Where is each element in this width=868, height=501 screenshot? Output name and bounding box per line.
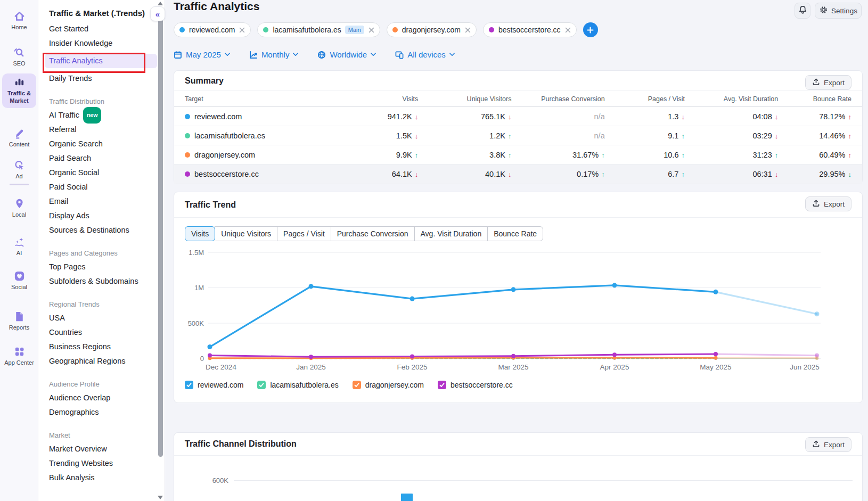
sidebar-scroll-down-icon[interactable] bbox=[158, 496, 163, 499]
legend-item-lacamisafutbolera-es[interactable]: lacamisafutbolera.es bbox=[257, 381, 338, 389]
sidebar-item-geographical-regions[interactable]: Geographical Regions bbox=[45, 354, 157, 368]
filter-all-devices[interactable]: All devices bbox=[395, 50, 455, 59]
data-point-bestsoccerstore-cc[interactable] bbox=[612, 352, 617, 357]
sidebar-item-demographics[interactable]: Demographics bbox=[45, 405, 157, 420]
filter-monthly[interactable]: Monthly bbox=[249, 50, 299, 59]
summary-row-reviewed-com[interactable]: reviewed.com941.2K↓765.1K↓n/a1.3↓04:08↓7… bbox=[174, 107, 862, 126]
summary-row-lacamisafutbolera-es[interactable]: lacamisafutbolera.es1.5K↓1.2K↑n/a9.1↑03:… bbox=[174, 126, 862, 145]
tab-unique-visitors[interactable]: Unique Visitors bbox=[215, 226, 277, 241]
target-chip-reviewed-com[interactable]: reviewed.com bbox=[174, 22, 251, 37]
filters-row: May 2025MonthlyWorldwideAll devices bbox=[174, 50, 455, 59]
data-point-reviewed-com[interactable] bbox=[511, 287, 516, 292]
channel-bar[interactable] bbox=[401, 494, 413, 501]
tab-bounce-rate[interactable]: Bounce Rate bbox=[487, 226, 543, 241]
legend-item-bestsoccerstore-cc[interactable]: bestsoccerstore.cc bbox=[438, 381, 513, 389]
summary-export-button[interactable]: Export bbox=[805, 75, 851, 90]
sidebar-item-bulk-analysis[interactable]: Bulk Analysis bbox=[45, 471, 157, 485]
column-header-target[interactable]: Target bbox=[185, 95, 338, 103]
close-icon[interactable] bbox=[565, 27, 571, 33]
column-header-visits[interactable]: Visits bbox=[338, 95, 418, 103]
summary-row-bestsoccerstore-cc[interactable]: bestsoccerstore.cc64.1K↓40.1K↓0.17%↑6.7↑… bbox=[174, 165, 862, 184]
sidebar-item-paid-search[interactable]: Paid Search bbox=[45, 151, 157, 166]
checkbox-checked-icon[interactable] bbox=[185, 381, 193, 389]
checkbox-checked-icon[interactable] bbox=[438, 381, 446, 389]
data-point-bestsoccerstore-cc[interactable] bbox=[410, 355, 414, 359]
data-point-reviewed-com[interactable] bbox=[309, 284, 314, 289]
column-header-bounce-rate[interactable]: Bounce Rate bbox=[778, 95, 851, 103]
sidebar-item-trending-websites[interactable]: Trending Websites bbox=[45, 456, 157, 471]
sidebar-item-organic-search[interactable]: Organic Search bbox=[45, 137, 157, 151]
data-point-bestsoccerstore-cc[interactable] bbox=[815, 354, 819, 358]
data-point-reviewed-com[interactable] bbox=[208, 344, 212, 349]
sidebar-item-ai-traffic[interactable]: AI Trafficnew bbox=[45, 108, 157, 122]
column-header-avg-visit-duration[interactable]: Avg. Visit Duration bbox=[685, 95, 778, 103]
target-chip-dragonjersey-com[interactable]: dragonjersey.com bbox=[387, 22, 477, 37]
tab-visits[interactable]: Visits bbox=[185, 226, 215, 241]
filter-may-2025[interactable]: May 2025 bbox=[174, 50, 230, 59]
tab-purchase-conversion[interactable]: Purchase Conversion bbox=[331, 226, 415, 241]
sidebar-item-usa[interactable]: USA bbox=[45, 311, 157, 325]
close-icon[interactable] bbox=[239, 27, 245, 33]
sidebar-item-insider-knowledge[interactable]: Insider Knowledge bbox=[45, 36, 157, 51]
sidebar-item-display-ads[interactable]: Display Ads bbox=[45, 209, 157, 223]
sidebar-item-business-regions[interactable]: Business Regions bbox=[45, 340, 157, 354]
data-point-reviewed-com[interactable] bbox=[714, 290, 718, 294]
legend-item-reviewed-com[interactable]: reviewed.com bbox=[185, 381, 243, 389]
channel-export-button[interactable]: Export bbox=[805, 437, 851, 452]
sidebar-item-countries[interactable]: Countries bbox=[45, 325, 157, 340]
checkbox-checked-icon[interactable] bbox=[257, 381, 266, 389]
trend-export-button[interactable]: Export bbox=[805, 196, 851, 211]
sidebar-item-organic-social[interactable]: Organic Social bbox=[45, 166, 157, 180]
target-chip-bestsoccerstore-cc[interactable]: bestsoccerstore.cc bbox=[483, 22, 577, 37]
close-icon[interactable] bbox=[369, 27, 374, 33]
tab-pages-visit[interactable]: Pages / Visit bbox=[277, 226, 331, 241]
sidebar-item-paid-social[interactable]: Paid Social bbox=[45, 180, 157, 194]
rail-item-ai[interactable]: AI bbox=[2, 233, 36, 260]
sidebar-scrollbar[interactable] bbox=[158, 7, 163, 457]
chevron-down-icon bbox=[225, 53, 230, 56]
sidebar-item-sources-destinations[interactable]: Sources & Destinations bbox=[45, 223, 157, 237]
column-header-unique-visitors[interactable]: Unique Visitors bbox=[418, 95, 511, 103]
checkbox-checked-icon[interactable] bbox=[353, 381, 361, 389]
sidebar-item-market-overview[interactable]: Market Overview bbox=[45, 442, 157, 456]
data-point-bestsoccerstore-cc[interactable] bbox=[309, 355, 313, 359]
sidebar-item-audience-overlap[interactable]: Audience Overlap bbox=[45, 391, 157, 405]
sidebar-scroll-up-icon[interactable] bbox=[158, 2, 163, 5]
rail-item-seo[interactable]: SEO bbox=[2, 44, 36, 71]
rail-item-ad[interactable]: Ad bbox=[2, 157, 36, 184]
sidebar-item-email[interactable]: Email bbox=[45, 194, 157, 209]
sidebar-item-referral[interactable]: Referral bbox=[45, 122, 157, 137]
data-point-reviewed-com[interactable] bbox=[410, 297, 415, 301]
add-target-button[interactable] bbox=[583, 22, 598, 37]
sidebar-item-top-pages[interactable]: Top Pages bbox=[45, 260, 157, 274]
close-icon[interactable] bbox=[465, 27, 471, 33]
rail-item-home[interactable]: Home bbox=[2, 7, 36, 35]
rail-item-traffic-market[interactable]: Traffic & Market bbox=[2, 73, 36, 108]
data-point-bestsoccerstore-cc[interactable] bbox=[511, 354, 515, 358]
rail-item-app-center[interactable]: App Center bbox=[2, 343, 36, 370]
data-point-reviewed-com[interactable] bbox=[612, 283, 617, 288]
filter-worldwide[interactable]: Worldwide bbox=[317, 50, 376, 59]
rail-item-local[interactable]: Local bbox=[2, 195, 36, 222]
sidebar-item-traffic-analytics[interactable]: Traffic Analytics bbox=[45, 54, 157, 68]
data-point-dragonjersey-com[interactable] bbox=[714, 356, 718, 360]
rail-item-content[interactable]: Content bbox=[2, 125, 36, 152]
data-point-reviewed-com[interactable] bbox=[815, 311, 820, 316]
target-chip-lacamisafutbolera-es[interactable]: lacamisafutbolera.esMain bbox=[257, 22, 380, 37]
column-header-purchase-conversion[interactable]: Purchase Conversion bbox=[511, 95, 604, 103]
settings-button[interactable]: Settings bbox=[815, 3, 862, 19]
rail-item-social[interactable]: Social bbox=[2, 267, 36, 294]
column-header-pages-visit[interactable]: Pages / Visit bbox=[605, 95, 685, 103]
rail-item-reports[interactable]: Reports bbox=[2, 308, 36, 335]
notifications-button[interactable] bbox=[795, 3, 810, 19]
sidebar-item-get-started[interactable]: Get Started bbox=[45, 22, 157, 36]
data-point-bestsoccerstore-cc[interactable] bbox=[208, 354, 212, 358]
summary-row-dragonjersey-com[interactable]: dragonjersey.com9.9K↑3.8K↑31.67%↑10.6↑31… bbox=[174, 145, 862, 165]
legend-item-dragonjersey-com[interactable]: dragonjersey.com bbox=[353, 381, 424, 389]
sidebar-item-daily-trends[interactable]: Daily Trends bbox=[45, 71, 157, 86]
data-point-bestsoccerstore-cc[interactable] bbox=[714, 352, 718, 356]
tab-avg-visit-duration[interactable]: Avg. Visit Duration bbox=[414, 226, 488, 241]
sidebar-item-subfolders-subdomains[interactable]: Subfolders & Subdomains bbox=[45, 274, 157, 289]
sidebar-collapse-button[interactable]: « bbox=[150, 6, 165, 21]
app-center-icon bbox=[13, 346, 26, 358]
